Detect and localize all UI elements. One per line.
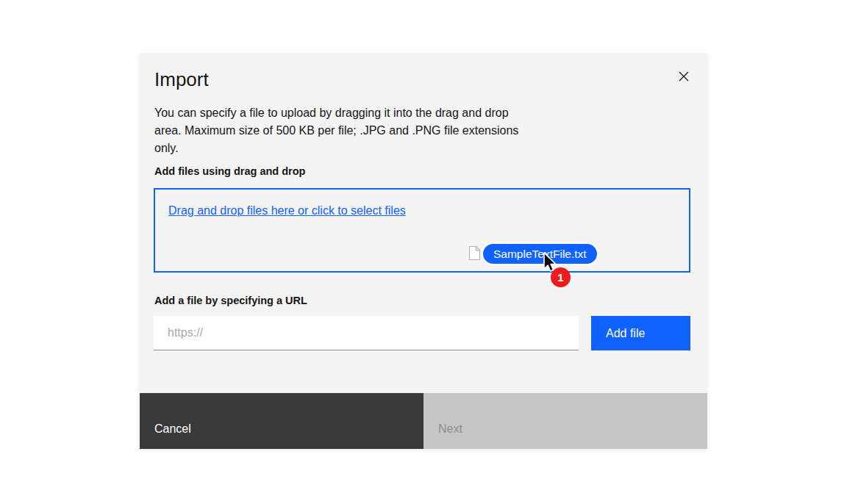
close-button[interactable]	[668, 60, 700, 93]
select-files-link[interactable]: Drag and drop files here or click to sel…	[168, 204, 406, 217]
document-icon	[468, 245, 481, 261]
import-modal: Import You can specify a file to upload …	[140, 53, 707, 449]
description-line: only.	[154, 140, 518, 157]
modal-description: You can specify a file to upload by drag…	[154, 104, 518, 157]
drag-drop-zone[interactable]: Drag and drop files here or click to sel…	[154, 188, 690, 273]
modal-footer: Cancel Next	[140, 393, 707, 449]
close-icon	[678, 71, 690, 82]
add-file-button[interactable]: Add file	[591, 316, 690, 350]
description-line: area. Maximum size of 500 KB per file; .…	[154, 122, 518, 140]
description-line: You can specify a file to upload by drag…	[154, 104, 518, 122]
url-label: Add a file by specifying a URL	[154, 295, 307, 306]
cancel-button[interactable]: Cancel	[140, 393, 424, 449]
drag-drop-label: Add files using drag and drop	[154, 165, 305, 177]
url-input[interactable]	[154, 316, 579, 350]
modal-title: Import	[154, 68, 209, 91]
mouse-pointer-icon	[543, 252, 560, 274]
next-button[interactable]: Next	[424, 393, 707, 449]
dragged-file-chip[interactable]: SampleTextFile.txt	[482, 242, 598, 265]
